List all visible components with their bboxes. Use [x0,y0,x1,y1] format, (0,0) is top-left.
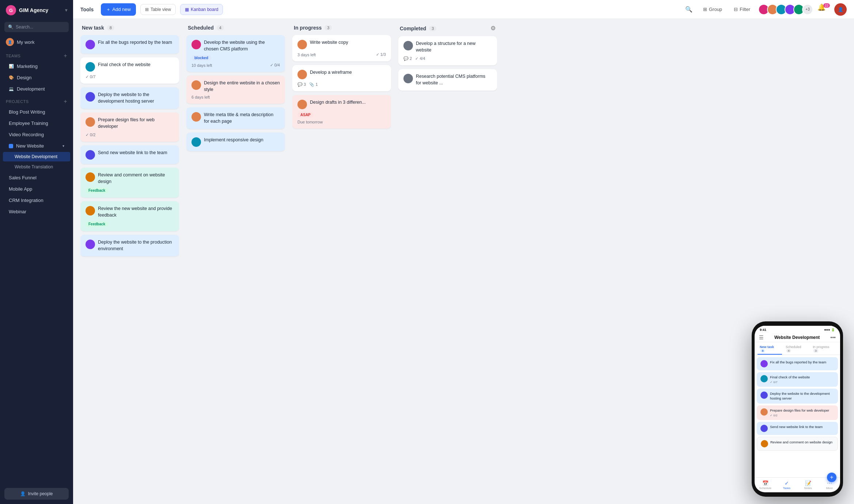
sidebar-brand[interactable]: G GIM Agency ▾ [0,0,73,20]
sidebar-item-blog-post-writing[interactable]: Blog Post Writing [3,107,70,117]
invite-people-button[interactable]: 👤 Invite people [4,488,69,500]
sidebar-item-crm-integration[interactable]: CRM Integration [3,195,70,206]
phone-nav-label: Notes [804,486,812,490]
sidebar-item-label: Marketing [17,64,38,69]
notifications-button[interactable]: 🔔 22 [817,3,830,16]
card-implement-responsive[interactable]: Implement responsive design [186,133,285,151]
teams-label: Teams [6,54,20,58]
sidebar-item-development[interactable]: 💻 Development [3,84,70,94]
column-completed: Completed 3 ⚙ Develop a structure for a … [398,25,497,498]
card-final-check[interactable]: Final check of the website ✓ 0/7 [80,57,179,84]
card-title: Implement responsive design [204,137,263,144]
card-title: Fix all the bugs reported by the team [98,39,172,46]
card-avatar [297,100,307,109]
tasks-icon: ✓ [785,480,789,486]
sidebar-item-label: Mobile App [9,186,32,192]
card-avatar [86,150,95,160]
group-icon: ⊞ [703,7,707,12]
tab-count: 3 [813,349,818,352]
phone-nav-tasks[interactable]: ✓ Tasks [776,479,798,491]
sidebar-item-sales-funnel[interactable]: Sales Funnel [3,172,70,183]
phone-card-final-check[interactable]: Final check of the website ✓ 0/7 [757,372,838,387]
user-avatar[interactable]: 👤 [834,3,847,16]
card-write-copy[interactable]: Write website copy 3 days left ✓ 1/3 [292,35,391,61]
card-title: Prepare design files for web developer [98,117,174,130]
phone-menu-icon[interactable]: ☰ [759,335,764,340]
phone-card-fix-bugs[interactable]: Fix all the bugs reported by the team [757,357,838,370]
card-develop-cms[interactable]: Develop the website using the chosen CMS… [186,35,285,72]
teams-add-btn[interactable]: + [64,53,67,59]
card-design-drafts[interactable]: Design drafts in 3 differen... ASAP Due … [292,95,391,129]
phone-card-send-link[interactable]: Send new website link to the team [757,422,838,435]
column-header-completed: Completed 3 ⚙ [398,25,497,36]
card-write-meta[interactable]: Write meta title & meta description for … [186,107,285,129]
sidebar-item-employee-training[interactable]: Employee Training [3,118,70,129]
phone-nav-schedule[interactable]: 📅 Schedule [755,479,776,491]
table-icon: ⊞ [145,7,149,12]
phone-tab-in-progress[interactable]: In progress 3 [811,344,837,355]
group-button[interactable]: ⊞ Group [699,4,726,14]
card-avatar [191,80,201,90]
table-view-button[interactable]: ⊞ Table view [140,4,176,15]
days-left: 6 days left [191,95,280,99]
add-new-button[interactable]: ＋ Add new [101,3,136,16]
card-develop-wireframe[interactable]: Develop a wireframe 💬 3 📎 1 [292,65,391,91]
kanban-board-button[interactable]: ▦ Kanban board [180,4,223,15]
phone-card-prepare-design[interactable]: Prepare design files for web developer ✓… [757,405,838,420]
sidebar-item-design[interactable]: 🎨 Design [3,72,70,83]
feedback-tag: Feedback [86,188,108,193]
phone-fab-button[interactable]: + [827,473,836,482]
sidebar-item-label: New Website [16,143,44,149]
notes-icon: 📝 [805,480,811,486]
brand-name: GIM Agency [19,7,48,13]
card-design-entire[interactable]: Design the entire website in a chosen st… [186,76,285,104]
phone-card-review-comment[interactable]: Review and comment on website design [757,437,838,451]
plus-icon: ＋ [106,6,111,13]
sidebar-item-marketing[interactable]: 📊 Marketing [3,61,70,72]
card-avatar [191,112,201,122]
phone-card-title: Review and comment on website design [770,440,832,444]
card-avatar [86,62,95,72]
card-prepare-design[interactable]: Prepare design files for web developer ✓… [80,112,179,142]
brand-chevron[interactable]: ▾ [65,8,67,13]
card-fix-bugs[interactable]: Fix all the bugs reported by the team [80,35,179,54]
sidebar-my-work[interactable]: 👤 My work [0,35,73,49]
phone-card-deploy-dev[interactable]: Deploy the website to the development ho… [757,389,838,404]
sidebar-item-webinar[interactable]: Webinar [3,206,70,217]
card-deploy-dev[interactable]: Deploy the website to the development ho… [80,87,179,109]
sidebar-item-website-translation[interactable]: Website Translation [3,162,70,172]
card-develop-structure[interactable]: Develop a structure for a new website 💬 … [398,36,497,65]
phone-cards-list: Fix all the bugs reported by the team Fi… [755,355,840,477]
phone-mockup: 9:41 ●●● 🔋 ☰ Website Development ••• New… [752,321,843,497]
development-icon: 💻 [9,87,14,91]
sidebar-search[interactable]: 🔍 Search... [4,22,69,32]
card-send-link[interactable]: Send new website link to the team [80,145,179,164]
card-deploy-production[interactable]: Deploy the website to the production env… [80,235,179,256]
board-container: New task 8 Fix all the bugs reported by … [73,19,854,504]
phone-tab-new-task[interactable]: New task 8 [758,344,782,355]
filter-button[interactable]: ⊟ Filter [730,4,754,14]
search-button[interactable]: 🔍 [683,3,695,16]
card-review-new-website[interactable]: Review the new website and provide feedb… [80,201,179,231]
card-title: Design the entire website in a chosen st… [204,80,280,93]
settings-icon[interactable]: ⚙ [490,25,496,32]
sidebar-item-new-website[interactable]: New Website ▾ [3,141,70,151]
card-meta: ✓ 0/2 [86,133,174,137]
sidebar-item-mobile-app[interactable]: Mobile App [3,184,70,194]
phone-nav-notes[interactable]: 📝 Notes [797,479,819,491]
phone-more-icon[interactable]: ••• [830,335,836,340]
column-title: In progress [294,25,322,31]
phone-tab-scheduled[interactable]: Scheduled 4 [783,344,809,355]
main-content: Tools ＋ Add new ⊞ Table view ▦ Kanban bo… [73,0,854,504]
sidebar-item-video-recording[interactable]: Video Recording [3,129,70,140]
phone-signal: ●●● 🔋 [824,328,835,332]
column-count: 3 [429,26,436,31]
sidebar-item-website-development[interactable]: Website Development [3,152,70,161]
column-new-task: New task 8 Fix all the bugs reported by … [80,25,179,498]
avatar-extra[interactable]: +3 [802,4,813,15]
sidebar: G GIM Agency ▾ 🔍 Search... 👤 My work Tea… [0,0,73,504]
card-review-comment[interactable]: Review and comment on website design Fee… [80,168,179,198]
projects-add-btn[interactable]: + [64,98,67,105]
card-avatar [403,41,413,50]
card-research-cms[interactable]: Research potential CMS platforms for web… [398,69,497,91]
